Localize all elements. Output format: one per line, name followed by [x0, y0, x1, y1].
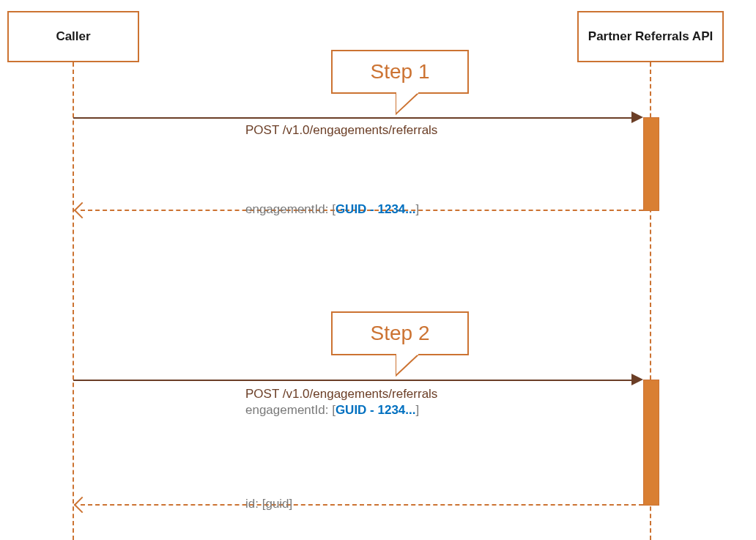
activation-step1 [643, 117, 659, 211]
msg-step2-request-guid: GUID - 1234... [336, 403, 416, 417]
activation-step2 [643, 380, 659, 506]
msg-step1-response-guid: GUID - 1234... [336, 202, 416, 216]
msg-step1-request-label: POST /v1.0/engagements/referrals [245, 123, 437, 138]
bracket-close-1: ] [416, 202, 420, 216]
msg-step1-response-arrow [74, 202, 91, 219]
participant-api: Partner Referrals API [577, 11, 724, 62]
msg-step2-request-key: engagementId: [245, 403, 332, 417]
callout-step2: Step 2 [331, 311, 469, 355]
participant-caller-label: Caller [56, 29, 90, 44]
participant-caller: Caller [7, 11, 139, 62]
msg-step2-request-label1: POST /v1.0/engagements/referrals [245, 387, 437, 402]
svg-marker-2 [396, 354, 419, 376]
participant-api-label: Partner Referrals API [588, 29, 713, 44]
msg-step2-response-key: id: [245, 497, 262, 511]
msg-step1-request-text: POST /v1.0/engagements/referrals [245, 123, 437, 137]
msg-step2-request-arrow [631, 374, 643, 385]
bracket-close-2: ] [416, 403, 420, 417]
msg-step1-request-arrow [631, 111, 643, 123]
lifeline-caller [73, 62, 74, 540]
msg-step2-response-arrow [74, 497, 91, 514]
msg-step1-request-line [73, 117, 631, 119]
bracket-close-3: ] [289, 497, 293, 511]
callout-step2-tail [396, 354, 425, 377]
callout-step2-label: Step 2 [371, 322, 430, 345]
msg-step2-request-text1: POST /v1.0/engagements/referrals [245, 387, 437, 401]
sequence-diagram: Caller Partner Referrals API Step 1 POST… [0, 0, 756, 540]
msg-step2-request-line [73, 380, 631, 381]
msg-step1-response-label: engagementId: [GUID - 1234...] [245, 202, 419, 217]
msg-step2-response-val: guid [265, 497, 289, 511]
callout-step1-tail [396, 92, 425, 116]
msg-step1-response-key: engagementId: [245, 202, 332, 216]
msg-step2-request-label2: engagementId: [GUID - 1234...] [245, 403, 419, 418]
msg-step2-response-label: id: [guid] [245, 497, 292, 511]
msg-step2-response-line [81, 504, 643, 506]
callout-step1-label: Step 1 [371, 60, 430, 84]
svg-marker-0 [396, 92, 419, 114]
callout-step1: Step 1 [331, 50, 469, 94]
